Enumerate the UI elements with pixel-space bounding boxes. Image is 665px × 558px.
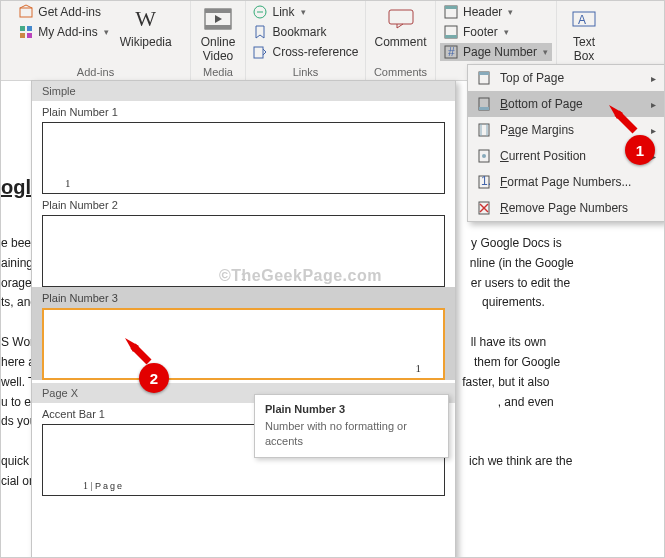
wikipedia-button[interactable]: W Wikipedia: [116, 3, 176, 51]
group-addins: Get Add-ins My Add-ins ▾ W Wikipedia Add…: [1, 1, 191, 80]
gallery-item-label: Plain Number 2: [42, 197, 445, 215]
group-label-comments: Comments: [374, 66, 427, 80]
store-icon: [18, 4, 34, 20]
chevron-down-icon: ▾: [504, 27, 509, 37]
svg-point-28: [482, 154, 486, 158]
submenu-arrow-icon: ▸: [651, 125, 656, 136]
link-label: Link: [272, 5, 294, 19]
svg-line-37: [133, 346, 149, 362]
my-addins-label: My Add-ins: [38, 25, 97, 39]
svg-text:1.: 1.: [481, 174, 491, 188]
dd-bottom-label: BBottom of Pageottom of Page: [500, 97, 583, 111]
svg-line-35: [617, 113, 635, 131]
header-label: Header: [463, 5, 502, 19]
bookmark-button[interactable]: Bookmark: [249, 23, 361, 41]
svg-rect-21: [479, 72, 489, 75]
gallery-item-label: Plain Number 3: [42, 290, 445, 308]
gallery-item-plain-1[interactable]: Plain Number 1 1: [32, 101, 455, 194]
svg-rect-6: [205, 9, 231, 13]
svg-rect-23: [479, 107, 489, 110]
tooltip-title: Plain Number 3: [265, 403, 438, 415]
svg-rect-10: [254, 47, 263, 58]
svg-rect-15: [445, 35, 457, 38]
submenu-arrow-icon: ▸: [651, 73, 656, 84]
svg-rect-3: [20, 33, 25, 38]
my-addins-button[interactable]: My Add-ins ▾: [15, 23, 111, 41]
bookmark-label: Bookmark: [272, 25, 326, 39]
video-label: Online Video: [201, 35, 236, 64]
svg-text:#: #: [448, 45, 455, 59]
tooltip: Plain Number 3 Number with no formatting…: [254, 394, 449, 458]
dd-margins-label: Page MarginsPage Margins: [500, 123, 574, 137]
wikipedia-icon: W: [132, 5, 160, 33]
comment-button[interactable]: Comment: [371, 3, 431, 51]
footer-button[interactable]: Footer ▾: [440, 23, 552, 41]
svg-rect-1: [20, 26, 25, 31]
bottom-page-icon: [476, 96, 492, 112]
comment-icon: [387, 5, 415, 33]
chevron-down-icon: ▾: [543, 47, 548, 57]
marker-arrow-1: [607, 103, 641, 137]
online-video-button[interactable]: Online Video: [197, 3, 240, 66]
dd-format-page-numbers[interactable]: 1. Format Page Numbers...Format Page Num…: [468, 169, 664, 195]
chevron-down-icon: ▾: [104, 27, 109, 37]
header-button[interactable]: Header ▾: [440, 3, 552, 21]
group-label-addins: Add-ins: [77, 66, 114, 80]
header-icon: [443, 4, 459, 20]
submenu-arrow-icon: ▸: [651, 99, 656, 110]
footer-icon: [443, 24, 459, 40]
gallery-preview: 1: [42, 122, 445, 194]
group-media: Online Video Media: [191, 1, 246, 80]
video-icon: [204, 5, 232, 33]
wikipedia-label: Wikipedia: [120, 35, 172, 49]
comment-label: Comment: [375, 35, 427, 49]
dd-remove-page-numbers[interactable]: Remove Page NumbersRemove Page Numbers: [468, 195, 664, 221]
svg-rect-11: [389, 10, 413, 24]
group-label-media: Media: [203, 66, 233, 80]
text-box-button[interactable]: A Text Box: [566, 3, 602, 66]
svg-rect-4: [27, 33, 32, 38]
margins-icon: [476, 122, 492, 138]
gallery-item-label: Plain Number 1: [42, 104, 445, 122]
link-button[interactable]: Link ▾: [249, 3, 361, 21]
get-addins-button[interactable]: Get Add-ins: [15, 3, 111, 21]
addins-icon: [18, 24, 34, 40]
position-icon: [476, 148, 492, 164]
gallery-item-plain-3[interactable]: Plain Number 3 1: [32, 287, 455, 380]
svg-rect-0: [20, 8, 32, 17]
text-box-icon: A: [570, 5, 598, 33]
watermark: ©TheGeekPage.com: [219, 267, 382, 285]
gallery-section-simple: Simple: [32, 81, 455, 101]
dd-current-label: Current PositionCurrent Position: [500, 149, 586, 163]
cross-reference-button[interactable]: Cross-reference: [249, 43, 361, 61]
dd-top-of-page[interactable]: Top of Page ▸: [468, 65, 664, 91]
svg-rect-13: [445, 6, 457, 9]
svg-rect-7: [205, 25, 231, 29]
chevron-down-icon: ▾: [508, 7, 513, 17]
svg-marker-8: [215, 15, 222, 23]
dd-format-label: Format Page Numbers...Format Page Number…: [500, 175, 631, 189]
page-number-label: Page Number: [463, 45, 537, 59]
chevron-down-icon: ▾: [301, 7, 306, 17]
tooltip-body: Number with no formatting or accents: [265, 419, 438, 449]
link-icon: [252, 4, 268, 20]
get-addins-label: Get Add-ins: [38, 5, 101, 19]
page-number-button[interactable]: # Page Number ▾: [440, 43, 552, 61]
bookmark-icon: [252, 24, 268, 40]
xref-icon: [252, 44, 268, 60]
remove-icon: [476, 200, 492, 216]
marker-2: 2: [139, 363, 169, 393]
marker-1: 1: [625, 135, 655, 165]
svg-rect-2: [27, 26, 32, 31]
group-label-links: Links: [293, 66, 319, 80]
page-number-gallery: Simple Plain Number 1 1 Plain Number 2 1…: [31, 80, 456, 558]
group-links: Link ▾ Bookmark Cross-reference Links: [246, 1, 366, 80]
dd-remove-label: Remove Page NumbersRemove Page Numbers: [500, 201, 628, 215]
text-box-label: Text Box: [573, 35, 595, 64]
footer-label: Footer: [463, 25, 498, 39]
page-number-icon: #: [443, 44, 459, 60]
top-page-icon: [476, 70, 492, 86]
group-comments: Comment Comments: [366, 1, 436, 80]
svg-text:A: A: [578, 13, 586, 27]
format-icon: 1.: [476, 174, 492, 190]
